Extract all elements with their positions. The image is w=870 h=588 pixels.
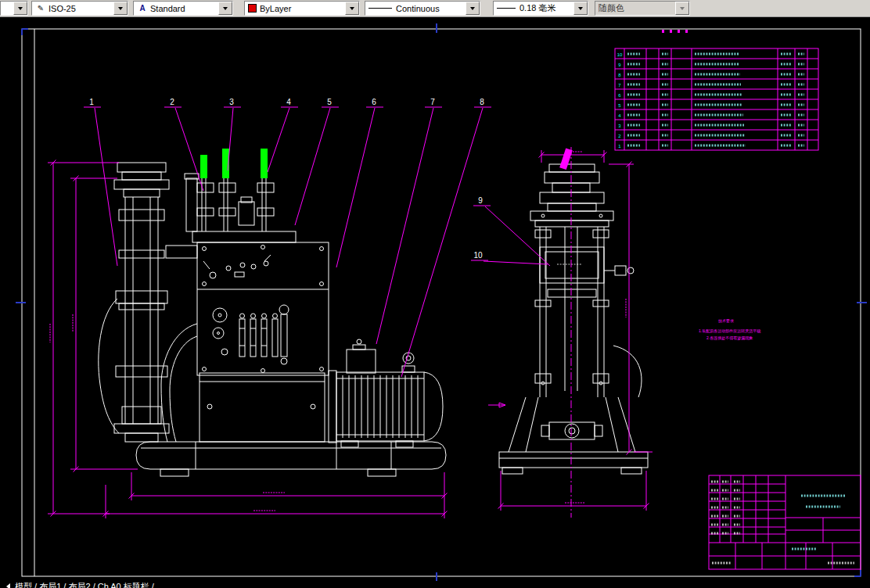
dim-style-icon: ✎ — [35, 4, 46, 13]
svg-text:4: 4 — [618, 113, 621, 118]
linetype-preview-icon — [368, 8, 392, 9]
cad-application-window: ✎ ISO-25 A Standard ByLayer Continuous 0… — [0, 0, 870, 588]
title-block-text — [711, 482, 854, 563]
callout-number: 7 — [430, 98, 435, 106]
layout-tabs[interactable]: 模型 / 布局1 / 布局2 / Ch A0 标题栏 / — [15, 582, 154, 588]
note-line: 2.各连接处不得有渗漏现象 — [706, 335, 753, 341]
callout-number: 5 — [327, 98, 332, 106]
plot-style-value: 随颜色 — [599, 2, 675, 14]
color-value: ByLayer — [260, 4, 345, 13]
callout-number: 3 — [229, 98, 234, 106]
lineweight-combo[interactable]: 0.18 毫米 — [493, 1, 588, 16]
svg-text:10: 10 — [617, 52, 623, 57]
front-view-geometry[interactable] — [99, 163, 446, 476]
chevron-down-icon[interactable] — [13, 2, 27, 15]
callout-number: 1 — [89, 98, 94, 106]
linetype-value: Continuous — [396, 4, 466, 13]
linetype-combo[interactable]: Continuous — [365, 1, 480, 16]
selection-grips[interactable] — [200, 149, 268, 178]
lineweight-preview-icon — [497, 8, 516, 9]
dim-style-value: ISO-25 — [49, 4, 113, 13]
callout-leaders[interactable]: 1 2 3 4 5 6 7 8 9 10 — [84, 98, 550, 377]
text-style-value: Standard — [150, 4, 218, 13]
drawing-canvas[interactable]: 1 2 3 4 5 6 7 8 9 10 技术要求 1.装配后各运动部件应运转灵… — [0, 17, 870, 582]
svg-text:6: 6 — [618, 93, 621, 98]
lineweight-value: 0.18 毫米 — [519, 2, 573, 14]
toolbar: ✎ ISO-25 A Standard ByLayer Continuous 0… — [0, 0, 870, 17]
stray-marks — [662, 30, 688, 33]
chevron-down-icon[interactable] — [466, 2, 480, 15]
layer-combo-partial[interactable] — [0, 1, 28, 16]
svg-text:7: 7 — [618, 83, 621, 88]
layout-tab-bar[interactable]: 模型 / 布局1 / 布局2 / Ch A0 标题栏 / — [0, 582, 870, 588]
callout-number: 4 — [286, 98, 291, 106]
color-swatch-icon — [248, 4, 257, 13]
dimensions[interactable] — [48, 150, 652, 518]
chevron-down-icon[interactable] — [113, 2, 128, 15]
text-style-icon: A — [137, 4, 148, 13]
plot-style-combo: 随颜色 — [595, 1, 690, 16]
title-block[interactable] — [709, 475, 861, 569]
parts-list-text: 10987654321 — [617, 52, 804, 149]
svg-text:2: 2 — [618, 134, 621, 138]
chevron-down-icon[interactable] — [345, 2, 359, 15]
text-style-combo[interactable]: A Standard — [133, 1, 233, 16]
chevron-down-icon[interactable] — [218, 2, 232, 15]
svg-text:3: 3 — [618, 124, 621, 128]
tab-scroll-left-icon[interactable] — [6, 583, 10, 588]
svg-text:9: 9 — [618, 63, 621, 67]
callout-number: 6 — [372, 98, 376, 106]
note-line: 技术要求 — [718, 318, 734, 324]
chevron-down-icon — [675, 2, 689, 15]
dim-style-combo[interactable]: ✎ ISO-25 — [31, 1, 128, 16]
color-combo[interactable]: ByLayer — [244, 1, 360, 16]
callout-number: 9 — [478, 196, 483, 205]
callout-number: 2 — [170, 98, 174, 106]
note-line: 1.装配后各运动部件应运转灵活平稳 — [699, 328, 760, 334]
callout-number: 10 — [473, 251, 483, 260]
svg-text:5: 5 — [618, 103, 621, 108]
technical-note: 技术要求 1.装配后各运动部件应运转灵活平稳 2.各连接处不得有渗漏现象 — [699, 318, 760, 341]
svg-text:1: 1 — [618, 144, 621, 149]
sheet-frame — [22, 29, 861, 576]
callout-number: 8 — [480, 98, 484, 106]
chevron-down-icon[interactable] — [573, 2, 588, 15]
side-view-geometry[interactable] — [499, 164, 648, 474]
svg-text:8: 8 — [618, 73, 621, 77]
